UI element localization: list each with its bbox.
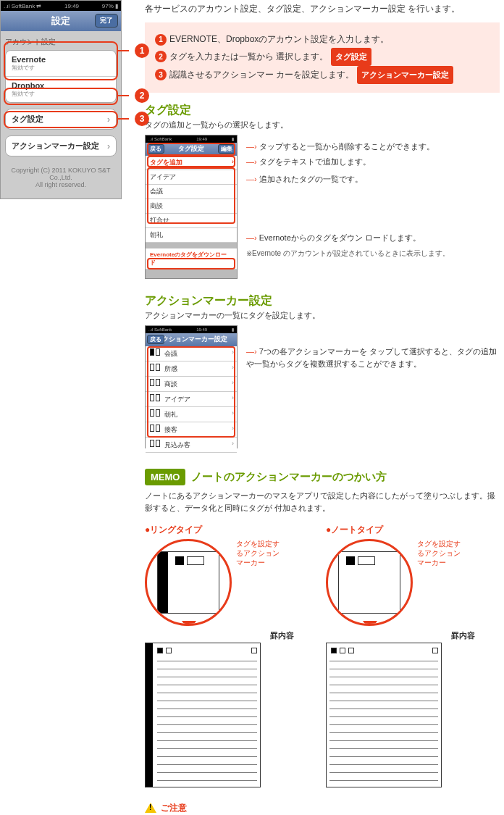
done-button[interactable]: 完了 [95,14,118,28]
evernote-title: Evernote [12,55,110,64]
action-settings-chip: アクションマーカー設定 [357,66,453,84]
action-phone-screenshot: ..ıl SoftBank19:49▮ 戻る アクションマーカー設定 会議›所感… [145,325,238,448]
chevron-right-icon: › [232,379,234,386]
action-settings-label: アクションマーカー設定 [12,141,99,150]
evernote-row[interactable]: Evernote 無効です [6,51,116,77]
chevron-right-icon: › [107,141,110,151]
action-settings-heading: アクションマーカー設定 [145,293,500,309]
chevron-right-icon: › [232,425,234,432]
ring-type-title: ●リングタイプ [145,524,297,536]
note-circle-diagram [326,539,413,626]
warning-icon [145,803,156,813]
sub-nav-title: タグ設定 [178,144,204,154]
tag-settings-desc: タグの追加と一覧からの選択をします。 [145,120,500,130]
action-marker-row[interactable]: 商談› [146,377,237,392]
dropbox-row[interactable]: Dropbox 無効です [6,77,116,102]
note-annotation: タグを設定するアクションマーカー [417,539,461,567]
nav-title: 設定 [51,14,70,28]
chevron-right-icon: › [232,364,234,371]
copyright: Copyright (C) 2011 KOKUYO S&T Co.,Ltd. A… [1,156,121,198]
tag-settings-row[interactable]: タグ設定 › [6,109,116,129]
tag-row[interactable]: 商談 [146,199,237,214]
tag-row[interactable]: 打合せ [146,214,237,228]
ring-circle-diagram [145,539,232,626]
memo-title: ノートのアクションマーカーのつかい方 [191,470,387,484]
dropbox-title: Dropbox [12,81,110,90]
carrier-label: ..ıl SoftBank ⇄ [4,3,41,9]
settings-phone-screenshot: ..ıl SoftBank ⇄ 19:49 97% ▮ 設定 完了 アカウント設… [0,0,122,199]
tag-row[interactable]: 会議 [146,185,237,199]
sub-nav: 戻る アクションマーカー設定 [146,333,237,346]
instruction-2: 2タグを入力または一覧から 選択します。 タグ設定 [155,48,490,66]
account-section-label: アカウント設定 [1,31,121,50]
callout-1: 1 [135,43,149,58]
evernote-footnote: ※Evernote のアカウントが設定されているときに表示します。 [246,248,500,259]
clock-label: 19:49 [64,3,79,9]
instruction-1: 1EVERNOTE、Dropboxのアカウント設定を入力します。 [155,31,490,48]
callout-line [117,118,129,120]
add-tag-row[interactable]: タグを追加› [146,156,237,170]
edit-button[interactable]: 編集 [218,144,235,154]
action-marker-row[interactable]: アイデア› [146,392,237,407]
sheet-label: 罫内容 [326,630,475,641]
evernote-sub: 無効です [12,64,110,72]
back-button[interactable]: 戻る [147,335,164,344]
action-settings-row[interactable]: アクションマーカー設定 › [6,136,116,156]
nav-bar: 設定 完了 [1,11,121,31]
action-marker-row[interactable]: 朝礼› [146,407,237,422]
tag-group: タグ設定 › [5,109,117,130]
download-tags-row[interactable]: Evernoteのタグをダウンロード [146,248,237,269]
callout-2: 2 [135,88,149,103]
chevron-right-icon: › [232,348,234,356]
action-marker-row[interactable]: 会議› [146,346,237,361]
tag-settings-heading: タグ設定 [145,103,500,118]
callout-line [117,95,129,96]
callout-3: 3 [135,112,149,126]
status-bar: ..ıl SoftBank19:49▮ [146,326,237,333]
action-marker-row[interactable]: 見込み客› [146,438,237,453]
instruction-3: 3認識させるアクションマー カーを設定します。 アクションマーカー設定 [155,66,490,84]
action-marker-row[interactable]: 接客› [146,422,237,438]
note-type-title: ●ノートタイプ [326,524,478,536]
callout-line [117,50,129,51]
chevron-right-icon: › [232,158,234,165]
action-notes: —› 7つの各アクションマーカーを タップして選択すると、タグの追加や一覧からタ… [246,325,500,374]
memo-desc: ノートにあるアクションマーカーのマスをアプリで設定した内容にしたがって塗りつぶし… [145,490,500,515]
action-settings-desc: アクションマーカーの一覧にタグを設定します。 [145,310,500,321]
status-bar: ..ıl SoftBank ⇄ 19:49 97% ▮ [1,1,121,11]
tag-row[interactable]: 朝礼 [146,228,237,243]
caution-title: ご注意 [161,802,187,814]
chevron-right-icon: › [107,114,110,125]
back-button[interactable]: 戻る [147,144,164,154]
caution-header: ご注意 [145,802,500,814]
tag-settings-label: タグ設定 [12,114,43,123]
instruction-box: 1EVERNOTE、Dropboxのアカウント設定を入力します。 2タグを入力ま… [145,22,500,93]
tag-notes: —› タップすると一覧から削除することができます。 —› タグをテキストで追加し… [246,135,500,259]
chevron-right-icon: › [232,394,234,401]
memo-badge: MEMO [145,469,185,485]
sub-nav: 戻る タグ設定 編集 [146,143,237,156]
ring-type-col: ●リングタイプ タグを設定するアクションマーカー 罫内容 [145,524,297,787]
dropbox-sub: 無効です [12,90,110,98]
tag-phone-screenshot: ..ıl SoftBank19:49▮ 戻る タグ設定 編集 タグを追加› アイ… [145,135,238,279]
tag-row[interactable]: アイデア [146,170,237,185]
sheet-label: 罫内容 [145,630,294,641]
ring-annotation: タグを設定するアクションマーカー [236,539,280,567]
account-group: Evernote 無効です Dropbox 無効です [5,50,117,103]
intro-text: 各サービスのアカウント設定、タグ設定、アクションマーカー設定 を行います。 [145,3,500,15]
chevron-right-icon: › [232,440,234,447]
battery-label: 97% ▮ [102,3,118,9]
memo-header: MEMO ノートのアクションマーカーのつかい方 [145,469,500,485]
sub-nav-title: アクションマーカー設定 [156,335,227,344]
action-group: アクションマーカー設定 › [5,135,117,156]
note-type-col: ●ノートタイプ タグを設定するアクションマーカー 罫内容 [326,524,478,787]
action-marker-row[interactable]: 所感› [146,361,237,377]
chevron-right-icon: › [232,409,234,417]
status-bar: ..ıl SoftBank19:49▮ [146,135,237,143]
ring-sheet [145,643,261,787]
tag-settings-chip: タグ設定 [331,48,371,66]
note-sheet [326,643,442,787]
